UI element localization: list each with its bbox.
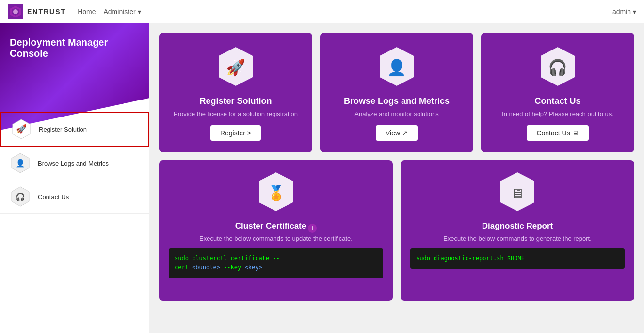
sidebar: Deployment Manager Console 🚀 Register So… — [0, 23, 149, 333]
sidebar-title: Deployment Manager Console — [0, 23, 149, 69]
register-button[interactable]: Register > — [210, 125, 261, 141]
browse-logs-icon: 👤 — [10, 152, 31, 174]
cluster-cert-desc: Execute the below commands to update the… — [199, 235, 353, 242]
administer-link[interactable]: Administer ▾ — [103, 8, 141, 16]
navbar: ENTRUST Home Administer ▾ admin ▾ — [0, 0, 644, 23]
sidebar-item-register-label: Register Solution — [39, 126, 87, 133]
svg-text:🎧: 🎧 — [16, 192, 25, 201]
cluster-cert-header: Cluster Certificate i — [235, 221, 317, 235]
svg-text:👤: 👤 — [16, 159, 25, 168]
sidebar-items: 🚀 Register Solution 👤 Browse Logs and Me… — [0, 108, 149, 217]
contact-us-card: 🎧 Contact Us In need of help? Please rea… — [481, 33, 634, 152]
contact-us-card-icon: 🎧 — [536, 45, 580, 88]
register-solution-card: 🚀 Register Solution Provide the license … — [159, 33, 312, 152]
top-cards-grid: 🚀 Register Solution Provide the license … — [159, 33, 634, 152]
cluster-cert-code: sudo clusterctl certificate -- cert <bun… — [169, 248, 383, 278]
browse-logs-card: 👤 Browse Logs and Metrics Analyze and mo… — [320, 33, 473, 152]
cluster-certificate-card: 🏅 Cluster Certificate i Execute the belo… — [159, 160, 393, 301]
contact-us-card-title: Contact Us — [534, 96, 580, 106]
register-solution-card-icon: 🚀 — [214, 45, 258, 88]
main-content: 🚀 Register Solution Provide the license … — [149, 23, 644, 333]
contact-us-card-desc: In need of help? Please reach out to us. — [502, 110, 613, 117]
svg-text:🚀: 🚀 — [16, 124, 27, 134]
sidebar-item-browse-logs[interactable]: 👤 Browse Logs and Metrics — [0, 147, 149, 180]
cluster-cert-card-icon: 🏅 — [254, 170, 298, 214]
diagnostic-title: Diagnostic Report — [482, 221, 553, 231]
register-solution-icon: 🚀 — [11, 118, 32, 140]
register-solution-card-desc: Provide the license for a solution regis… — [174, 110, 298, 117]
browse-logs-card-desc: Analyze and monitor solutions — [354, 110, 438, 117]
diagnostic-code: sudo diagnostic-report.sh $HOME — [410, 248, 625, 269]
register-solution-card-title: Register Solution — [199, 96, 272, 106]
diagnostic-card-icon: 🖥 — [496, 170, 539, 214]
svg-point-3 — [13, 9, 18, 14]
contact-us-button[interactable]: Contact Us 🖥 — [527, 125, 588, 141]
entrust-logo — [8, 4, 23, 19]
browse-logs-card-title: Browse Logs and Metrics — [344, 96, 450, 106]
contact-us-icon: 🎧 — [10, 186, 31, 207]
layout: Deployment Manager Console 🚀 Register So… — [0, 23, 644, 333]
info-icon[interactable]: i — [308, 224, 317, 233]
svg-text:🖥: 🖥 — [511, 186, 524, 201]
brand: ENTRUST — [8, 4, 66, 19]
sidebar-item-contact-us[interactable]: 🎧 Contact Us — [0, 180, 149, 214]
diagnostic-desc: Execute the below commands to generate t… — [443, 235, 592, 242]
svg-text:🚀: 🚀 — [226, 58, 245, 77]
navbar-links: Home Administer ▾ — [78, 8, 612, 16]
admin-menu[interactable]: admin ▾ — [612, 8, 636, 16]
view-button[interactable]: View ↗ — [376, 125, 418, 141]
sidebar-item-browse-label: Browse Logs and Metrics — [38, 160, 109, 167]
svg-text:🏅: 🏅 — [267, 184, 286, 202]
brand-text: ENTRUST — [27, 8, 66, 16]
bottom-cards-grid: 🏅 Cluster Certificate i Execute the belo… — [159, 160, 634, 301]
sidebar-item-register-solution[interactable]: 🚀 Register Solution — [0, 112, 149, 147]
diagnostic-report-card: 🖥 Diagnostic Report Execute the below co… — [401, 160, 634, 301]
browse-logs-card-icon: 👤 — [375, 45, 419, 88]
svg-text:👤: 👤 — [387, 58, 406, 77]
svg-text:🎧: 🎧 — [548, 58, 567, 77]
sidebar-item-contact-label: Contact Us — [38, 193, 69, 200]
cluster-cert-title: Cluster Certificate — [235, 221, 306, 231]
home-link[interactable]: Home — [78, 8, 96, 16]
